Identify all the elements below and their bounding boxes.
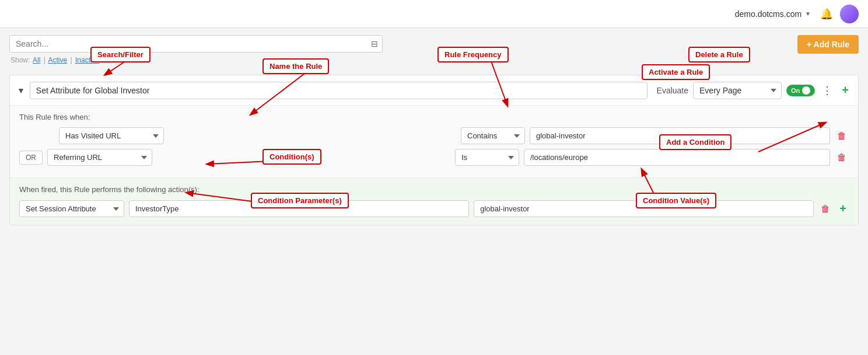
- action-key-input[interactable]: [129, 200, 469, 217]
- conditions-section-label: This Rule fires when:: [19, 113, 849, 121]
- condition-operator-select-1[interactable]: Contains Is Starts With: [461, 127, 525, 144]
- toggle-on-label: On: [791, 87, 800, 94]
- rule-name-input[interactable]: [30, 82, 648, 99]
- show-inactive-link[interactable]: Inactive: [75, 56, 99, 64]
- rule-controls: On ⋮ +: [786, 81, 851, 99]
- domain-chevron-icon: ▼: [805, 11, 811, 17]
- conditions-section: This Rule fires when: Has Visited URL Re…: [10, 106, 858, 178]
- evaluate-label: Evaluate: [657, 86, 688, 95]
- rule-expand-chevron-icon[interactable]: ▼: [17, 86, 25, 95]
- activate-toggle[interactable]: On: [786, 85, 815, 96]
- domain-label: demo.dotcms.com: [735, 9, 802, 19]
- condition-value-input-2[interactable]: [524, 149, 830, 166]
- top-nav: demo.dotcms.com ▼ 🔔: [0, 0, 868, 28]
- rule-header: ▼ Evaluate Every Page Once Once per Sess…: [10, 75, 858, 106]
- search-input[interactable]: [9, 35, 383, 53]
- search-wrapper: ⊟: [9, 35, 383, 53]
- main-content: ⊟ Show: All | Active | Inactive + Add Ru…: [0, 28, 868, 237]
- filter-icon[interactable]: ⊟: [371, 39, 378, 48]
- actions-section: When fired, this Rule performs the follo…: [10, 178, 858, 225]
- condition-type-select-2[interactable]: Referring URL Has Visited URL Current UR…: [47, 149, 152, 166]
- condition-or-badge: OR: [19, 151, 43, 165]
- add-rule-button[interactable]: + Add Rule: [797, 35, 859, 54]
- show-active-link[interactable]: Active: [48, 56, 68, 64]
- domain-selector[interactable]: demo.dotcms.com ▼: [735, 9, 811, 19]
- condition-value-input-1[interactable]: [530, 127, 830, 144]
- add-action-icon[interactable]: +: [837, 200, 849, 218]
- header-left: ⊟ Show: All | Active | Inactive: [9, 35, 797, 70]
- action-value-input[interactable]: [474, 200, 814, 217]
- actions-section-label: When fired, this Rule performs the follo…: [19, 185, 849, 194]
- search-row: ⊟: [9, 35, 797, 53]
- notifications-bell-icon[interactable]: 🔔: [820, 8, 833, 20]
- more-options-button[interactable]: ⋮: [820, 82, 835, 99]
- avatar[interactable]: [840, 5, 859, 23]
- delete-condition-icon-2[interactable]: 🗑: [835, 150, 849, 165]
- delete-action-icon[interactable]: 🗑: [818, 201, 832, 217]
- condition-row: Has Visited URL Referring URL Current UR…: [19, 127, 849, 144]
- action-type-select[interactable]: Set Session Attribute Set Cookie Redirec…: [19, 200, 124, 217]
- show-all-link[interactable]: All: [33, 56, 40, 64]
- delete-condition-icon-1[interactable]: 🗑: [835, 128, 849, 144]
- add-condition-button[interactable]: +: [839, 81, 851, 99]
- condition-operator-select-2[interactable]: Is Contains Starts With: [455, 149, 519, 166]
- avatar-image: [840, 5, 859, 23]
- rule-panel: ▼ Evaluate Every Page Once Once per Sess…: [9, 75, 859, 225]
- action-row: Set Session Attribute Set Cookie Redirec…: [19, 200, 849, 218]
- header-row: ⊟ Show: All | Active | Inactive + Add Ru…: [9, 35, 859, 70]
- condition-type-select-1[interactable]: Has Visited URL Referring URL Current UR…: [59, 127, 164, 144]
- frequency-select[interactable]: Every Page Once Once per Session: [693, 82, 782, 99]
- show-filter: Show: All | Active | Inactive: [9, 56, 797, 64]
- condition-row: OR Referring URL Has Visited URL Current…: [19, 149, 849, 166]
- toggle-circle: [802, 86, 810, 95]
- show-label: Show:: [10, 56, 30, 64]
